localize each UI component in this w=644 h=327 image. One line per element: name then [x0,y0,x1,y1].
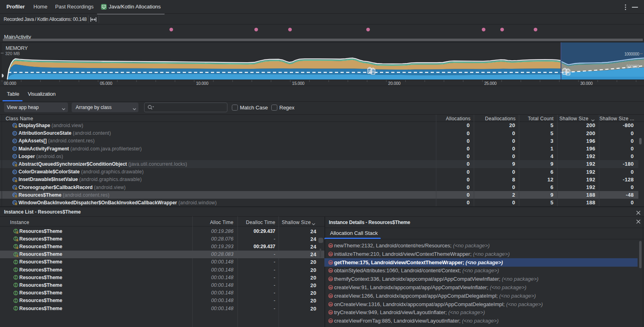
svg-text:m: m [329,269,332,273]
svg-text:500000: 500000 [626,64,639,69]
svg-text:m: m [329,319,332,323]
svg-text:C: C [14,147,16,150]
svg-text:C: C [14,139,16,143]
svg-text:05.000: 05.000 [100,81,112,86]
svg-text:C: C [14,170,16,174]
svg-text:00.000: 00.000 [4,81,17,86]
svg-text:25.000: 25.000 [484,81,497,86]
svg-text:m: m [329,244,332,248]
svg-text:C: C [14,155,16,158]
svg-text:m: m [329,260,332,264]
svg-text:10.000: 10.000 [196,81,208,86]
svg-text:m: m [329,252,332,256]
svg-text:m: m [329,294,332,298]
svg-text:m: m [329,277,332,281]
svg-text:320 MB: 320 MB [5,51,20,56]
svg-text:20.000: 20.000 [388,81,400,86]
svg-text:m: m [329,302,332,306]
svg-text:30.000: 30.000 [580,81,593,86]
svg-text:m: m [329,311,332,315]
svg-text:m: m [329,286,332,290]
svg-text:MEMORY: MEMORY [6,45,28,51]
svg-text:C: C [14,132,16,135]
svg-text:15.000: 15.000 [292,81,305,86]
svg-text:1000000: 1000000 [624,52,640,56]
